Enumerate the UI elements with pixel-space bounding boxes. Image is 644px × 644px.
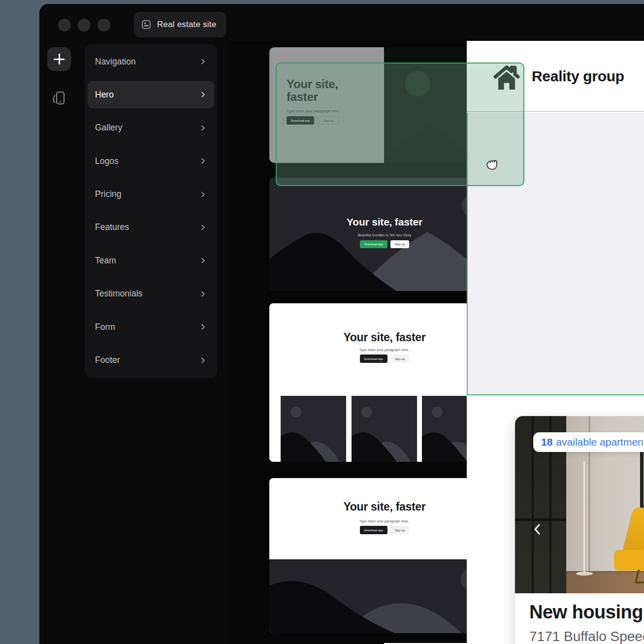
chevron-right-icon xyxy=(199,323,206,330)
project-title-chip[interactable]: Real estate site xyxy=(134,12,226,37)
floor-lamp xyxy=(583,461,585,574)
chevron-right-icon xyxy=(199,125,206,131)
titlebar: Real estate site xyxy=(39,4,644,41)
listing-card[interactable]: 18 available apartments New housing 7171… xyxy=(515,416,644,644)
hero-variant-split[interactable]: Your site, faster Type down your paragra… xyxy=(269,478,500,633)
device-preview-button[interactable] xyxy=(50,89,68,108)
sidebar-item-form[interactable]: Form xyxy=(88,313,214,341)
listing-title: New housing xyxy=(529,602,644,623)
sign-up-button: Sign up xyxy=(390,240,409,248)
image-placeholder xyxy=(352,396,417,462)
listing-info: New housing 7171 Buffalo Speedway xyxy=(515,593,644,644)
chevron-right-icon xyxy=(199,191,206,198)
hero-image-placeholder xyxy=(269,559,500,633)
add-section-button[interactable] xyxy=(47,47,71,71)
chevron-right-icon xyxy=(199,257,206,264)
sidebar-item-label: Gallery xyxy=(95,123,199,133)
grab-cursor xyxy=(484,155,501,172)
availability-badge: 18 available apartments xyxy=(533,432,644,452)
sidebar-item-label: Pricing xyxy=(95,189,199,199)
chevron-right-icon xyxy=(199,58,206,65)
listing-photo: 18 available apartments xyxy=(515,416,644,593)
project-icon xyxy=(141,19,152,30)
sidebar-item-navigation[interactable]: Navigation xyxy=(88,48,214,75)
sidebar-item-team[interactable]: Team xyxy=(88,247,214,274)
listing-address: 7171 Buffalo Speedway xyxy=(529,629,644,644)
sidebar-item-label: Testimonials xyxy=(95,289,199,299)
hero-variant-gallery[interactable]: Your site, faster Type down your paragra… xyxy=(269,303,500,462)
window-close-button[interactable] xyxy=(58,19,71,32)
sidebar-item-label: Footer xyxy=(95,355,199,365)
variant-subtitle: Beautiful Doodles to Tell Your Story xyxy=(269,233,500,237)
chevron-right-icon xyxy=(199,357,206,364)
chevron-right-icon xyxy=(199,158,206,164)
download-app-button: Download app xyxy=(360,526,387,534)
window-zoom-button[interactable] xyxy=(97,19,110,32)
sidebar-item-label: Navigation xyxy=(95,57,199,67)
sidebar-item-label: Features xyxy=(95,222,199,232)
sidebar-item-features[interactable]: Features xyxy=(88,214,214,241)
sidebar-item-label: Team xyxy=(95,256,199,266)
chevron-right-icon xyxy=(199,224,206,231)
chevron-right-icon xyxy=(199,91,206,98)
sidebar-item-hero[interactable]: Hero xyxy=(88,81,214,108)
plus-icon xyxy=(54,54,64,64)
download-app-button: Download app xyxy=(360,240,387,248)
yellow-chair-seat xyxy=(614,550,644,571)
chevron-right-icon xyxy=(199,290,206,297)
variant-subtitle: Type down your paragraph here.. xyxy=(269,348,500,352)
hero-variant-dark[interactable]: Your site, faster Beautiful Doodles to T… xyxy=(269,178,500,291)
floor-lamp-base xyxy=(576,572,593,576)
variant-title: Your site, faster xyxy=(269,216,500,228)
badge-label: available apartments xyxy=(556,436,644,448)
carousel-prev-button[interactable] xyxy=(533,523,542,535)
sidebar-item-footer[interactable]: Footer xyxy=(88,347,214,374)
desktop: { "titlebar": { "title": "Real estate si… xyxy=(0,0,644,644)
variant-subtitle: Type down your paragraph here.. xyxy=(269,519,500,523)
site-brand: Reality group xyxy=(532,68,624,85)
variant-title: Your site, faster xyxy=(269,500,500,514)
sidebar-item-label: Hero xyxy=(95,90,199,100)
sign-up-button: Sign up xyxy=(390,354,409,363)
variant-title: Your site, faster xyxy=(269,331,500,344)
badge-count: 18 xyxy=(541,436,552,448)
sidebar-item-label: Logos xyxy=(95,156,199,166)
sidebar-item-testimonials[interactable]: Testimonials xyxy=(88,280,214,308)
sidebar-item-logos[interactable]: Logos xyxy=(88,147,214,175)
window-minimize-button[interactable] xyxy=(78,19,91,32)
sidebar-item-gallery[interactable]: Gallery xyxy=(88,114,214,142)
project-title: Real estate site xyxy=(157,20,216,30)
sidebar-item-pricing[interactable]: Pricing xyxy=(88,181,214,208)
sign-up-button: Sign up xyxy=(390,526,409,534)
sections-menu: Navigation Hero Gallery Logos Pricing Fe… xyxy=(85,44,217,378)
sidebar-item-label: Form xyxy=(95,322,199,332)
image-placeholder xyxy=(281,396,346,462)
download-app-button: Download app xyxy=(360,354,387,363)
mobile-device-icon xyxy=(51,90,67,107)
